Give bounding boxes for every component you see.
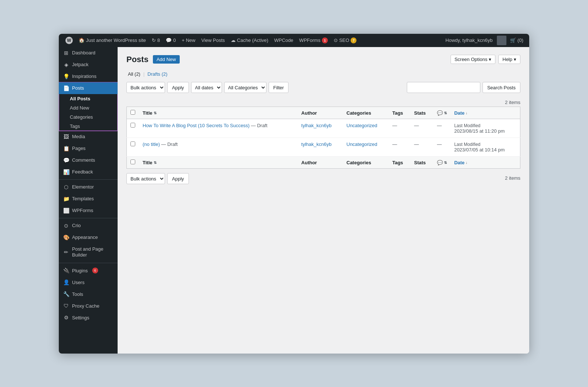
view-posts-item[interactable]: View Posts — [198, 34, 228, 47]
wpcode-item[interactable]: WPCode — [271, 34, 296, 47]
tfooter-author: Author — [298, 157, 343, 169]
sidebar-label-templates: Templates — [72, 196, 94, 201]
date-sort[interactable]: Date ↓ — [454, 110, 516, 116]
row2-title-cell: (no title) — Draft — [139, 138, 298, 157]
th-comments[interactable]: 💬 ⇅ — [433, 107, 451, 119]
sidebar-divider-2 — [59, 218, 118, 218]
row1-checkbox[interactable] — [130, 123, 135, 128]
apply-button-top[interactable]: Apply — [167, 82, 189, 93]
all-dates-select[interactable]: All dates — [191, 82, 222, 93]
sidebar-item-jetpack[interactable]: ◈ Jetpack — [59, 59, 118, 71]
sidebar-sub-tags[interactable]: Tags — [59, 122, 118, 131]
sidebar-item-crio[interactable]: ⊙ Crio — [59, 220, 118, 232]
appearance-icon: 🎨 — [63, 234, 69, 240]
sidebar-item-comments[interactable]: 💬 Comments — [59, 154, 118, 166]
sidebar-item-media[interactable]: 🖼 Media — [59, 131, 118, 143]
row2-category-link[interactable]: Uncategorized — [347, 141, 377, 147]
help-button[interactable]: Help ▾ — [498, 55, 520, 64]
cache-item[interactable]: ☁ Cache (Active) — [228, 34, 271, 47]
search-input[interactable] — [407, 82, 480, 93]
th-title[interactable]: Title ⇅ — [139, 107, 298, 119]
sidebar-item-dashboard[interactable]: ⊞ Dashboard — [59, 47, 118, 59]
sidebar-item-plugins[interactable]: 🔌 Plugins 6 — [59, 265, 118, 276]
sidebar-label-dashboard: Dashboard — [72, 50, 96, 55]
sidebar-sub-add-new[interactable]: Add New — [59, 103, 118, 112]
select-all-checkbox[interactable] — [130, 110, 135, 115]
comments-item[interactable]: 💬 0 — [163, 34, 179, 47]
screen-options-button[interactable]: Screen Options ▾ — [451, 55, 496, 64]
tfooter-stats: Stats — [410, 157, 433, 169]
filter-button[interactable]: Filter — [269, 82, 289, 93]
sidebar-sub-categories[interactable]: Categories — [59, 112, 118, 122]
footer-comments-sort[interactable]: 💬 ⇅ — [437, 160, 447, 165]
cart-icon[interactable]: 🛒 (0) — [508, 37, 526, 43]
sidebar-item-settings[interactable]: ⚙ Settings — [59, 312, 118, 323]
footer-select-all-checkbox[interactable] — [130, 160, 135, 164]
row2-title-link[interactable]: (no title) — [143, 141, 160, 147]
add-new-button[interactable]: Add New — [153, 55, 180, 64]
th-categories: Categories — [343, 107, 389, 119]
footer-comments-icon: 💬 — [437, 160, 443, 165]
row1-author-link[interactable]: tylhak_kcn6yb — [301, 123, 331, 128]
footer-date-sort-icon: ↓ — [466, 161, 467, 165]
sidebar-item-post-page-builder[interactable]: ✏ Post and Page Builder — [59, 243, 118, 262]
sidebar-item-pages[interactable]: 📋 Pages — [59, 143, 118, 154]
seo-item[interactable]: ⊙ SEO 7 — [331, 34, 359, 47]
apply-button-bottom[interactable]: Apply — [167, 173, 189, 184]
avatar[interactable] — [497, 36, 506, 45]
sidebar-label-plugins: Plugins — [72, 268, 88, 273]
sidebar-label-pages: Pages — [72, 146, 86, 151]
bulk-actions-select-bottom[interactable]: Bulk actions — [126, 173, 165, 184]
filters-row: Bulk actions Apply All dates All Categor… — [126, 82, 288, 93]
tfooter-title[interactable]: Title ⇅ — [139, 157, 298, 169]
footer-title-sort[interactable]: Title ⇅ — [143, 160, 294, 165]
sidebar-label-tools: Tools — [72, 291, 83, 297]
sidebar-item-feedback[interactable]: 📊 Feedback — [59, 166, 118, 178]
tfooter-date-label: Date — [454, 160, 465, 165]
sidebar-item-inspirations[interactable]: 💡 Inspirations — [59, 71, 118, 82]
comments-sort[interactable]: 💬 ⇅ — [437, 110, 447, 116]
sidebar-item-posts[interactable]: 📄 Posts — [59, 82, 118, 94]
updates-item[interactable]: ↻ 8 — [149, 34, 163, 47]
date-sort-icon: ↓ — [466, 111, 467, 115]
row2-categories-cell: Uncategorized — [343, 138, 389, 157]
seo-badge: 7 — [351, 37, 356, 43]
help-chevron-icon: ▾ — [514, 57, 516, 62]
sidebar-item-wpforms[interactable]: ⬜ WPForms — [59, 205, 118, 216]
th-date[interactable]: Date ↓ — [451, 107, 520, 119]
row1-title-link[interactable]: How To Write A Blog Post (10 Secrets To … — [143, 123, 250, 128]
sidebar-item-elementor[interactable]: ⬡ Elementor — [59, 181, 118, 193]
tfooter-date[interactable]: Date ↓ — [451, 157, 520, 169]
sidebar-divider-3 — [59, 263, 118, 263]
sidebar-item-users[interactable]: 👤 Users — [59, 276, 118, 288]
sub-nav-all[interactable]: All (2) — [126, 71, 142, 78]
seo-label: SEO — [339, 37, 349, 43]
bulk-actions-select[interactable]: Bulk actions — [126, 82, 165, 93]
sidebar-item-proxy-cache[interactable]: 🛡 Proxy Cache — [59, 300, 118, 312]
all-categories-select[interactable]: All Categories — [224, 82, 266, 93]
search-posts-button[interactable]: Search Posts — [483, 82, 520, 93]
elementor-icon: ⬡ — [63, 184, 69, 190]
sidebar-sub-all-posts[interactable]: All Posts — [59, 94, 118, 103]
sidebar-label-media: Media — [72, 134, 85, 139]
wp-logo-item[interactable]: W — [62, 34, 76, 47]
wpforms-item[interactable]: WPForms 1 — [296, 34, 331, 47]
sub-nav-drafts[interactable]: Drafts (2) — [146, 71, 169, 78]
admin-bar-right: Howdy, tylhak_kcn6yb 🛒 (0) — [442, 36, 526, 45]
sidebar-item-appearance[interactable]: 🎨 Appearance — [59, 232, 118, 243]
sidebar-item-templates[interactable]: 📁 Templates — [59, 193, 118, 205]
footer-date-sort[interactable]: Date ↓ — [454, 160, 516, 165]
title-sort[interactable]: Title ⇅ — [143, 110, 294, 116]
row2-author-link[interactable]: tylhak_kcn6yb — [301, 141, 331, 147]
new-item[interactable]: + New — [179, 34, 198, 47]
row2-checkbox[interactable] — [130, 141, 135, 146]
table-header-row: Title ⇅ Author Categories Tags Stats 💬 ⇅ — [127, 107, 520, 119]
site-name-item[interactable]: 🏠 Just another WordPress site — [76, 34, 149, 47]
posts-submenu: All Posts Add New Categories Tags — [59, 94, 118, 131]
plugins-badge: 6 — [92, 268, 98, 273]
tfooter-comments[interactable]: 💬 ⇅ — [433, 157, 451, 169]
row1-stats-cell: — — [410, 119, 433, 138]
row1-tags-cell: — — [388, 119, 410, 138]
sidebar-item-tools[interactable]: 🔧 Tools — [59, 288, 118, 300]
row1-category-link[interactable]: Uncategorized — [347, 123, 377, 128]
